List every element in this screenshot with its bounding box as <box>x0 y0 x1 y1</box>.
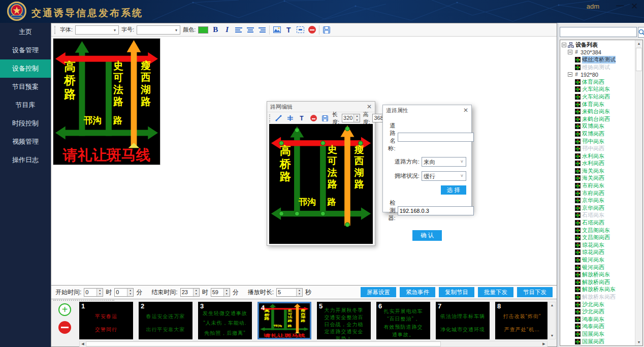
playlist-item-8[interactable]: 8打击改装“炸街”严查严处“机… <box>495 302 548 339</box>
device-search-button[interactable] <box>638 27 644 38</box>
device-tree-item[interactable]: 双博岗东 <box>561 123 634 131</box>
close-icon[interactable]: ✕ <box>463 107 468 114</box>
bold-button[interactable]: B <box>211 25 220 35</box>
tree-root-device-list[interactable]: 设备列表 <box>561 41 634 49</box>
device-tree-item[interactable]: 解放桥岗西 <box>561 278 634 286</box>
spin-down-icon[interactable]: ▼ <box>354 118 360 122</box>
playlist-item-2[interactable]: 2春运安全连万家出行平安靠大家 <box>139 302 192 339</box>
device-tree-item[interactable]: 双博岗西 <box>561 130 634 138</box>
playlist-horizontal-scrollbar[interactable]: ◀ ▶ <box>79 341 548 347</box>
add-road-button[interactable] <box>285 114 295 123</box>
scroll-down-icon[interactable]: ▼ <box>549 333 555 339</box>
length-spinner[interactable]: 320 ▲▼ <box>342 114 360 122</box>
device-tree-item[interactable]: 海关岗西 <box>561 175 634 182</box>
scrollbar-thumb[interactable] <box>636 48 642 71</box>
device-search-input[interactable] <box>560 27 637 37</box>
device-tree-item[interactable]: 解放桥岗东 <box>561 271 634 278</box>
splitter-grip[interactable] <box>53 300 114 301</box>
device-tree-item[interactable]: 市府岗西 <box>561 190 634 197</box>
insert-image-button[interactable] <box>272 25 281 35</box>
sidebar-item-time-control[interactable]: 时段控制 <box>0 114 51 133</box>
device-tree-item[interactable]: 火车站岗西 <box>561 93 634 101</box>
playlist-item-6[interactable]: 6扎实开展电动车“百日整治”，有效预防道路交通事故。 <box>376 302 430 339</box>
device-tree-item[interactable]: 文昌阁岗东 <box>561 227 634 234</box>
spin-down-icon[interactable]: ▼ <box>224 292 230 296</box>
delete-button[interactable] <box>307 25 316 35</box>
tree-vertical-scrollbar[interactable]: ▲ ▼ <box>635 40 642 345</box>
toolbar-grip[interactable] <box>269 114 270 122</box>
device-tree-item[interactable]: 体育岗西 <box>561 78 634 86</box>
sidebar-item-device-control[interactable]: 设备控制 <box>0 59 51 78</box>
collapse-icon[interactable] <box>568 72 572 77</box>
design-canvas[interactable]: 高桥路史可法路瘦西湖路邗沟路请礼让斑马线 路网编辑 ✕ <box>51 37 557 285</box>
playlist-item-4[interactable]: 4高桥路史可法路瘦西湖路邗沟路请礼让斑马线 <box>257 302 311 339</box>
start-hour-spinner[interactable]: 0 ▲▼ <box>84 288 103 297</box>
save-network-button[interactable] <box>320 114 330 123</box>
spin-down-icon[interactable]: ▼ <box>97 292 103 296</box>
confirm-button[interactable]: 确 认 <box>412 230 442 241</box>
end-minute-spinner[interactable]: 59 ▲▼ <box>211 288 230 297</box>
device-tree-item[interactable]: 文昌阁岗西 <box>561 234 634 241</box>
toolbar-grip[interactable] <box>54 26 56 34</box>
device-tree-item[interactable]: 解放桥东岗东 <box>561 286 634 294</box>
device-tree-item[interactable]: 沙北岗西 <box>561 308 634 316</box>
device-tree-item[interactable]: 邗中岗东 <box>561 138 634 145</box>
spin-up-icon[interactable]: ▲ <box>97 289 103 293</box>
batch-send-button[interactable]: 批量下发 <box>478 287 513 297</box>
start-minute-spinner[interactable]: 0 ▲▼ <box>114 288 134 297</box>
duration-spinner[interactable]: 5 ▲▼ <box>276 288 303 297</box>
road-direction-select[interactable]: 来向 ˅ <box>422 157 466 167</box>
delete-road-button[interactable] <box>309 114 318 123</box>
align-right-button[interactable] <box>257 25 267 35</box>
spin-down-icon[interactable]: ▼ <box>194 292 199 296</box>
playlist-item-7[interactable]: 7依法治理非标车辆净化城市交通环境 <box>436 302 490 339</box>
align-center-button[interactable] <box>246 25 255 35</box>
select-detector-button[interactable]: 选 择 <box>441 185 466 195</box>
scroll-down-icon[interactable]: ▼ <box>635 339 642 345</box>
device-tree-item[interactable]: 京华岗东 <box>561 197 634 204</box>
device-tree-item[interactable]: 石塔岗东 <box>561 212 634 219</box>
color-swatch[interactable] <box>198 26 208 34</box>
device-tree-item[interactable]: 石塔岗西 <box>561 219 634 227</box>
insert-text-button[interactable]: T <box>284 25 293 35</box>
sidebar-item-program-library[interactable]: 节目库 <box>0 96 51 114</box>
road-name-input[interactable] <box>398 133 474 142</box>
scrollbar-thumb[interactable] <box>86 341 441 346</box>
device-tree-item[interactable]: 螺丝湾桥测试 <box>561 56 634 64</box>
device-tree-item[interactable]: 银河岗西 <box>561 264 634 271</box>
spin-up-icon[interactable]: ▲ <box>194 289 199 293</box>
spin-up-icon[interactable]: ▲ <box>297 289 302 293</box>
sidebar-item-operation-log[interactable]: 操作日志 <box>0 151 51 169</box>
emergency-event-button[interactable]: 紧急事件 <box>400 287 435 297</box>
remove-program-button[interactable] <box>58 321 71 334</box>
collapse-icon[interactable] <box>562 43 566 47</box>
dialog-titlebar[interactable]: 道路属性 ✕ <box>383 105 471 115</box>
sidebar-item-video-management[interactable]: 视频管理 <box>0 133 51 151</box>
playlist-vertical-scrollbar[interactable]: ▲ ▼ <box>549 302 556 339</box>
send-program-button[interactable]: 节目下发 <box>517 287 553 297</box>
device-tree-item[interactable]: 国展岗西 <box>561 338 634 345</box>
tree-group-320x384[interactable]: #320*384 <box>561 49 634 56</box>
dialog-titlebar[interactable]: 路网编辑 ✕ <box>267 102 375 112</box>
device-tree-item[interactable]: 水利岗西 <box>561 160 634 168</box>
sidebar-item-device-management[interactable]: 设备管理 <box>0 41 51 59</box>
sidebar-item-home[interactable]: 主页 <box>0 23 51 41</box>
scroll-left-icon[interactable]: ◀ <box>80 341 86 346</box>
user-menu[interactable]: adm <box>587 3 599 10</box>
device-tree-item[interactable]: 邗中岗西 <box>561 145 634 152</box>
device-tree-item[interactable]: 维扬岗测试 <box>561 64 634 71</box>
spin-up-icon[interactable]: ▲ <box>354 114 360 118</box>
device-tree-item[interactable]: 解放桥东岗西 <box>561 293 634 301</box>
sign-preview[interactable]: 高桥路史可法路瘦西湖路邗沟路请礼让斑马线 <box>53 38 160 165</box>
device-tree-item[interactable]: 银河岗东 <box>561 256 634 264</box>
device-tree-item[interactable]: 来鹤台岗东 <box>561 108 634 115</box>
spin-up-icon[interactable]: ▲ <box>224 289 230 293</box>
marquee-button[interactable] <box>296 25 305 35</box>
spin-down-icon[interactable]: ▼ <box>297 292 302 296</box>
device-tree-item[interactable]: 鸿泰岗东 <box>561 316 634 323</box>
save-button[interactable] <box>322 25 331 35</box>
minimize-icon[interactable]: — <box>615 1 626 10</box>
device-tree-item[interactable]: 琼花岗西 <box>561 249 634 257</box>
scroll-right-icon[interactable]: ▶ <box>541 341 547 346</box>
collapse-icon[interactable] <box>568 50 572 54</box>
